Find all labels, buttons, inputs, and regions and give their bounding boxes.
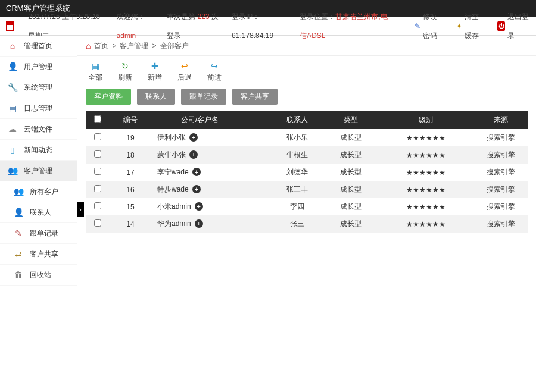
expand-icon[interactable]: + <box>189 150 198 159</box>
breadcrumb-home-icon: ⌂ <box>86 36 91 56</box>
col-type: 类型 <box>324 111 378 129</box>
cell-company: 华为admin+ <box>151 215 270 233</box>
customers-icon: 👥 <box>7 165 18 176</box>
sidebar-item-trash[interactable]: 🗑回收站 <box>0 265 77 286</box>
cell-company: 蒙牛小张+ <box>151 146 270 164</box>
cell-company: 伊利小张+ <box>151 129 270 146</box>
breadcrumb-l2: 全部客户 <box>160 36 189 56</box>
expand-icon[interactable]: + <box>189 133 198 142</box>
sidebar-item-all-customers[interactable]: 👥所有客户 <box>0 181 77 202</box>
row-checkbox[interactable] <box>94 133 101 140</box>
tab-customer-info[interactable]: 客户资料 <box>86 89 131 105</box>
col-id: 编号 <box>110 111 151 129</box>
main: › ⌂ 首页 > 客户管理 > 全部客户 ▦全部 ↻刷新 ✚新增 ↩后退 ↪前进… <box>77 36 536 392</box>
calendar-icon <box>6 21 14 31</box>
table-row[interactable]: 16特步wade+张三丰成长型★★★★★★搜索引擎 <box>86 181 528 198</box>
cell-level: ★★★★★★ <box>378 129 474 146</box>
forward-icon: ↪ <box>209 61 220 71</box>
user-icon: 👤 <box>7 61 18 72</box>
sidebar: ⌂管理首页 👤用户管理 🔧系统管理 ▤日志管理 ☁云端文件 ▯新闻动态 👥客户管… <box>0 36 77 392</box>
cell-level: ★★★★★★ <box>378 198 474 215</box>
sidebar-item-logs[interactable]: ▤日志管理 <box>0 98 77 119</box>
sidebar-item-news[interactable]: ▯新闻动态 <box>0 140 77 161</box>
log-icon: ▤ <box>7 103 18 114</box>
refresh-icon: ↻ <box>120 61 130 71</box>
cell-level: ★★★★★★ <box>378 215 474 233</box>
toolbar-refresh-button[interactable]: ↻刷新 <box>118 61 132 83</box>
cell-type: 成长型 <box>324 164 378 181</box>
exit-icon: ⏻ <box>497 21 505 31</box>
cell-contact: 张三 <box>270 215 324 233</box>
cell-company: 特步wade+ <box>151 181 270 198</box>
table-row[interactable]: 17李宁wade+刘德华成长型★★★★★★搜索引擎 <box>86 164 528 181</box>
tabs: 客户资料 联系人 跟单记录 客户共享 <box>77 89 536 111</box>
cell-level: ★★★★★★ <box>378 164 474 181</box>
breadcrumb-home[interactable]: 首页 <box>94 36 108 56</box>
tab-contacts[interactable]: 联系人 <box>137 89 175 105</box>
tab-tracking[interactable]: 跟单记录 <box>181 89 226 105</box>
contact-icon: 👤 <box>13 207 24 218</box>
broom-icon: ✦ <box>456 17 462 36</box>
row-checkbox[interactable] <box>94 185 101 192</box>
cell-id: 18 <box>110 146 151 164</box>
table-row[interactable]: 14华为admin+张三成长型★★★★★★搜索引擎 <box>86 215 528 233</box>
cell-type: 成长型 <box>324 129 378 146</box>
row-checkbox[interactable] <box>94 168 101 175</box>
toolbar-all-button[interactable]: ▦全部 <box>88 61 102 83</box>
cell-id: 16 <box>110 181 151 198</box>
sidebar-item-contacts[interactable]: 👤联系人 <box>0 202 77 223</box>
expand-icon[interactable]: + <box>192 168 201 176</box>
breadcrumb: ⌂ 首页 > 客户管理 > 全部客户 <box>77 36 536 56</box>
expand-icon[interactable]: + <box>195 219 203 228</box>
statusbar: 2017/7/25 上午9:28:16 星期二 欢迎您：admin 本次是第 2… <box>0 17 536 36</box>
cell-type: 成长型 <box>324 215 378 233</box>
sidebar-item-share[interactable]: ⇄客户共享 <box>0 244 77 265</box>
col-contact: 联系人 <box>270 111 324 129</box>
sidebar-item-home[interactable]: ⌂管理首页 <box>0 36 77 57</box>
cell-id: 19 <box>110 129 151 146</box>
select-all-checkbox[interactable] <box>94 115 101 123</box>
cloud-icon: ☁ <box>7 124 18 134</box>
cell-type: 成长型 <box>324 146 378 164</box>
back-icon: ↩ <box>179 61 190 71</box>
cell-contact: 牛根生 <box>270 146 324 164</box>
cell-level: ★★★★★★ <box>378 181 474 198</box>
cell-level: ★★★★★★ <box>378 146 474 164</box>
sidebar-toggle[interactable]: › <box>77 202 84 217</box>
sidebar-item-users[interactable]: 👤用户管理 <box>0 57 77 77</box>
col-source: 来源 <box>474 111 528 129</box>
tracking-icon: ✎ <box>13 228 24 239</box>
cell-id: 15 <box>110 198 151 215</box>
toolbar-forward-button[interactable]: ↪前进 <box>207 61 222 83</box>
tab-share[interactable]: 客户共享 <box>232 89 278 105</box>
expand-icon[interactable]: + <box>195 202 203 211</box>
sidebar-item-customers[interactable]: 👥客户管理 <box>0 161 77 181</box>
trash-icon: 🗑 <box>13 269 24 280</box>
row-checkbox[interactable] <box>94 202 101 209</box>
col-company: 公司/客户名 <box>151 111 270 129</box>
cell-contact: 李四 <box>270 198 324 215</box>
cell-source: 搜索引擎 <box>474 164 528 181</box>
cell-source: 搜索引擎 <box>474 198 528 215</box>
table-row[interactable]: 19伊利小张+张小乐成长型★★★★★★搜索引擎 <box>86 129 528 146</box>
cell-source: 搜索引擎 <box>474 129 528 146</box>
toolbar: ▦全部 ↻刷新 ✚新增 ↩后退 ↪前进 <box>77 56 536 89</box>
sidebar-item-system[interactable]: 🔧系统管理 <box>0 77 77 98</box>
table-row[interactable]: 15小米admin+李四成长型★★★★★★搜索引擎 <box>86 198 528 215</box>
wrench-icon: 🔧 <box>7 82 18 93</box>
row-checkbox[interactable] <box>94 219 101 227</box>
toolbar-back-button[interactable]: ↩后退 <box>177 61 192 83</box>
table-row[interactable]: 18蒙牛小张+牛根生成长型★★★★★★搜索引擎 <box>86 146 528 164</box>
breadcrumb-l1[interactable]: 客户管理 <box>120 36 148 56</box>
row-checkbox[interactable] <box>94 150 101 158</box>
share-icon: ⇄ <box>13 249 24 259</box>
expand-icon[interactable]: + <box>192 185 201 193</box>
cell-source: 搜索引擎 <box>474 215 528 233</box>
cell-contact: 刘德华 <box>270 164 324 181</box>
toolbar-add-button[interactable]: ✚新增 <box>148 61 162 83</box>
sidebar-item-cloud[interactable]: ☁云端文件 <box>0 119 77 140</box>
sidebar-item-tracking[interactable]: ✎跟单记录 <box>0 223 77 244</box>
col-level: 级别 <box>378 111 474 129</box>
cell-source: 搜索引擎 <box>474 146 528 164</box>
home-icon: ⌂ <box>7 40 18 51</box>
